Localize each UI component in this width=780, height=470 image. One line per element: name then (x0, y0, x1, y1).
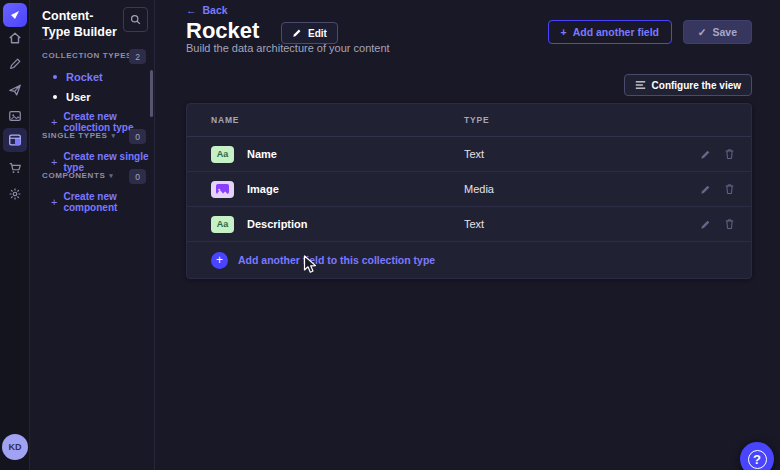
image-icon (8, 109, 22, 123)
single-types-count: 0 (129, 129, 146, 144)
cart-icon (8, 161, 22, 175)
field-type: Text (464, 218, 665, 230)
sidebar-item-user[interactable]: User (53, 91, 90, 103)
field-name: Description (247, 218, 308, 230)
edit-button[interactable]: Edit (281, 22, 338, 44)
table-row[interactable]: Aa Name Text (187, 137, 751, 172)
pencil-icon (700, 219, 711, 230)
nav-home[interactable] (3, 26, 27, 50)
arrow-left-icon: ← (186, 4, 197, 16)
delete-field-button[interactable] (724, 148, 735, 160)
search-button[interactable] (123, 7, 148, 32)
plus-icon: + (51, 196, 57, 208)
trash-icon (724, 148, 735, 160)
field-name: Image (247, 183, 279, 195)
components-count: 0 (129, 169, 146, 184)
text-field-badge: Aa (211, 146, 234, 163)
page-title: Rocket (186, 18, 259, 44)
configure-view-button[interactable]: Configure the view (624, 74, 752, 96)
strapi-logo[interactable] (3, 3, 27, 27)
trash-icon (724, 218, 735, 230)
chevron-down-icon: ▾ (111, 132, 115, 140)
pen-icon (8, 57, 22, 71)
delete-field-button[interactable] (724, 183, 735, 195)
nav-content-manager[interactable] (3, 52, 27, 76)
plus-icon: + (51, 116, 57, 128)
create-component-link[interactable]: + Create new component (51, 191, 154, 213)
strapi-app: KD Content-Type Builder COLLECTION TYPES… (0, 0, 780, 470)
section-single-types[interactable]: SINGLE TYPES ▾ (42, 131, 116, 140)
help-button[interactable]: ? (740, 442, 774, 470)
section-components[interactable]: COMPONENTS ▾ (42, 171, 113, 180)
section-label: SINGLE TYPES (42, 131, 107, 140)
sidebar-item-rocket[interactable]: Rocket (53, 71, 103, 83)
sidebar-item-label: Rocket (66, 71, 103, 83)
add-field-label: Add another field (573, 26, 659, 38)
table-row[interactable]: Aa Description Text (187, 207, 751, 242)
add-field-to-collection-label: Add another field to this collection typ… (238, 254, 435, 266)
sidebar-scrollbar[interactable] (150, 70, 153, 117)
add-another-field-button[interactable]: + Add another field (548, 20, 672, 44)
plus-icon: + (561, 26, 567, 38)
media-badge-icon (216, 184, 229, 194)
field-type: Text (464, 148, 665, 160)
save-label: Save (712, 26, 737, 38)
section-label: COLLECTION TYPES (42, 51, 132, 60)
nav-rail: KD (0, 0, 30, 470)
add-field-to-collection-link[interactable]: + Add another field to this collection t… (187, 242, 751, 278)
layout-icon (8, 133, 22, 147)
pencil-icon (700, 184, 711, 195)
edit-field-button[interactable] (700, 184, 711, 195)
column-header-name: NAME (211, 115, 464, 125)
plus-icon: + (51, 156, 57, 168)
section-collection-types[interactable]: COLLECTION TYPES ▾ (42, 51, 140, 60)
text-field-badge: Aa (211, 216, 234, 233)
paper-plane-icon (8, 83, 22, 97)
collection-types-count: 2 (129, 49, 146, 64)
pencil-icon (700, 149, 711, 160)
configure-icon (635, 80, 646, 90)
sidebar-item-label: User (66, 91, 90, 103)
configure-label: Configure the view (652, 80, 741, 91)
nav-releases[interactable] (3, 78, 27, 102)
nav-media-library[interactable] (3, 104, 27, 128)
field-name: Name (247, 148, 277, 160)
plus-circle-icon: + (211, 252, 228, 269)
edit-label: Edit (308, 28, 327, 39)
bullet-icon (53, 75, 57, 79)
question-mark-icon: ? (748, 450, 767, 469)
delete-field-button[interactable] (724, 218, 735, 230)
back-link[interactable]: ← Back (186, 4, 228, 16)
edit-field-button[interactable] (700, 149, 711, 160)
sidebar-divider (42, 39, 64, 40)
main-content: ← Back Rocket Edit Build the data archit… (156, 0, 780, 470)
bullet-icon (53, 95, 57, 99)
page-subtitle: Build the data architecture of your cont… (186, 42, 390, 54)
search-icon (130, 14, 141, 25)
table-row[interactable]: Image Media (187, 172, 751, 207)
nav-content-type-builder[interactable] (3, 128, 27, 152)
nav-settings[interactable] (3, 182, 27, 206)
fields-table: NAME TYPE Aa Name Text (186, 103, 752, 279)
pencil-icon (292, 28, 302, 38)
strapi-logo-icon (8, 8, 22, 22)
table-header: NAME TYPE (187, 104, 751, 137)
check-icon: ✓ (698, 26, 707, 38)
plugin-sidebar: Content-Type Builder COLLECTION TYPES ▾ … (31, 0, 155, 470)
home-icon (8, 31, 22, 45)
gear-icon (8, 187, 22, 201)
chevron-down-icon: ▾ (109, 172, 113, 180)
nav-marketplace[interactable] (3, 156, 27, 180)
column-header-type: TYPE (464, 115, 665, 125)
section-label: COMPONENTS (42, 171, 105, 180)
field-type: Media (464, 183, 665, 195)
back-label: Back (203, 4, 228, 16)
save-button[interactable]: ✓ Save (683, 20, 752, 44)
media-field-badge (211, 181, 234, 198)
sidebar-title: Content-Type Builder (42, 8, 120, 41)
edit-field-button[interactable] (700, 219, 711, 230)
user-avatar[interactable]: KD (2, 434, 28, 460)
trash-icon (724, 183, 735, 195)
create-link-label: Create new component (63, 191, 154, 213)
